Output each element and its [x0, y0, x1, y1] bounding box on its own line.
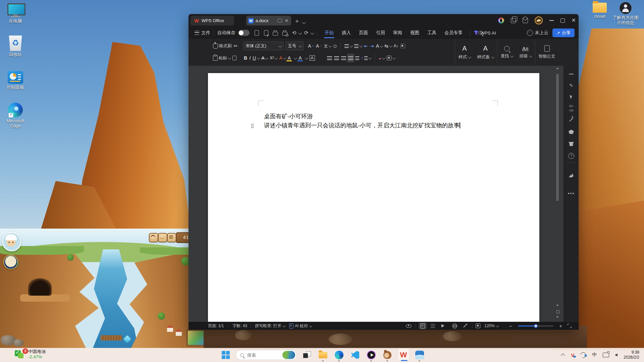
tab-insert[interactable]: 插入: [338, 27, 355, 39]
tab-list-chevron-icon[interactable]: [303, 18, 305, 25]
format-painter-button[interactable]: 格式刷: [212, 42, 233, 50]
search-input[interactable]: [247, 352, 279, 358]
multi-window-icon[interactable]: [511, 18, 516, 23]
minimize-button[interactable]: [549, 20, 554, 21]
game-app-button[interactable]: [381, 348, 393, 362]
redo-chevron-icon[interactable]: [310, 31, 314, 35]
shrink-font-button[interactable]: A−: [315, 42, 323, 50]
tab-member[interactable]: 会员专享: [440, 27, 467, 39]
desktop-icon-this-pc[interactable]: 此电脑: [1, 3, 30, 23]
sync-tray-icon[interactable]: [579, 351, 587, 359]
desktop-icon-control-panel[interactable]: 控制面板: [1, 71, 30, 90]
highlight-color-button[interactable]: A: [287, 54, 298, 62]
phonetic-guide-button[interactable]: 文: [323, 42, 332, 50]
undo-chevron-icon[interactable]: [298, 31, 302, 35]
game-sleep-button[interactable]: [158, 233, 167, 242]
copy-button[interactable]: [231, 54, 237, 62]
find-button[interactable]: 查找: [497, 39, 516, 65]
align-left-button[interactable]: [326, 54, 333, 62]
search-daily-image[interactable]: [282, 351, 295, 359]
numbered-list-button[interactable]: [353, 42, 363, 50]
cjk-layout-button[interactable]: ⇆: [383, 42, 393, 50]
page-indicator[interactable]: 页面: 1/1: [208, 322, 224, 330]
decrease-indent-button[interactable]: ⇤: [363, 42, 369, 50]
ai-proofread[interactable]: AI 校对: [289, 322, 312, 330]
print-preview-button[interactable]: [281, 29, 288, 37]
fit-page-button[interactable]: [476, 322, 480, 330]
wps-taskbar-button[interactable]: W: [397, 348, 410, 362]
tab-page[interactable]: 页面: [355, 27, 372, 39]
text-direction-button[interactable]: A: [375, 42, 383, 50]
game-character-button[interactable]: [149, 233, 158, 242]
file-explorer-button[interactable]: [317, 348, 329, 362]
layout-button[interactable]: A≡ 排版: [516, 39, 535, 65]
desktop-icon-closet-folder[interactable]: closet: [586, 3, 613, 19]
align-justify-button[interactable]: [347, 54, 354, 62]
hidden-icons-chevron[interactable]: [561, 353, 565, 358]
spell-check-status[interactable]: 拼写检查: 打开: [255, 322, 285, 330]
read-mode-button[interactable]: [441, 322, 444, 330]
assistant-bird-icon[interactable]: [564, 171, 579, 180]
share-button[interactable]: ↗ 分享: [552, 28, 575, 37]
italic-button[interactable]: I: [248, 54, 252, 62]
volume-icon[interactable]: [615, 354, 618, 357]
strikethrough-button[interactable]: A: [260, 54, 269, 62]
game-compass-button[interactable]: [3, 255, 18, 269]
font-size-select[interactable]: 五号: [285, 42, 304, 50]
eye-protect-button[interactable]: [406, 322, 412, 330]
superscript-button[interactable]: X²: [269, 54, 278, 62]
web-view-button[interactable]: [452, 322, 457, 330]
blue-app-button[interactable]: [414, 348, 426, 362]
export-pdf-button[interactable]: [262, 29, 270, 37]
more-options-icon[interactable]: •••: [564, 189, 579, 198]
display-tray-icon[interactable]: [603, 353, 609, 357]
show-marks-button[interactable]: [399, 42, 406, 50]
close-button[interactable]: ✕: [572, 18, 576, 23]
borders-button[interactable]: [386, 54, 396, 62]
annotate-pen-button[interactable]: [463, 322, 467, 330]
game-avatar-button[interactable]: [2, 232, 21, 251]
desktop-icon-edge[interactable]: Microsoft Edge: [1, 103, 30, 128]
page-view-button[interactable]: [419, 322, 427, 329]
magic-wand-icon[interactable]: [564, 115, 579, 124]
edit-pen-icon[interactable]: ✎: [564, 81, 579, 90]
zoom-level[interactable]: 120%: [484, 322, 498, 330]
zoom-in-button[interactable]: ＋: [558, 322, 563, 330]
next-page-icon[interactable]: [556, 316, 559, 318]
previous-page-icon[interactable]: [556, 304, 559, 306]
document-text[interactable]: 桌面有矿-小可环游 讲述小镇青年遇到一只会说话的地鼠-小可，开启大江南北挖矿找宝…: [264, 112, 499, 130]
font-color-button[interactable]: A: [298, 54, 308, 62]
help-icon[interactable]: ?: [564, 152, 579, 160]
word-count[interactable]: 字数: 43: [232, 322, 247, 330]
print-button[interactable]: [272, 29, 279, 37]
properties-sliders-icon[interactable]: [564, 104, 579, 113]
fullscreen-button[interactable]: [568, 322, 572, 330]
tab-view[interactable]: 视图: [406, 27, 423, 39]
member-vip-icon[interactable]: [535, 16, 543, 24]
zoom-slider-thumb[interactable]: [534, 324, 538, 328]
taskbar-search[interactable]: [236, 350, 297, 360]
cut-button[interactable]: ✂: [233, 42, 239, 50]
start-button[interactable]: [220, 348, 232, 362]
char-shading-button[interactable]: A: [278, 54, 286, 62]
scroll-up-icon[interactable]: [556, 68, 559, 69]
maximize-button[interactable]: [560, 18, 565, 23]
task-view-button[interactable]: [301, 348, 313, 362]
wps-cloud-tray-icon[interactable]: V: [571, 352, 574, 358]
game-picture-frame[interactable]: [186, 329, 204, 347]
bold-button[interactable]: B: [243, 54, 248, 62]
style-set-button[interactable]: A 样式集: [474, 39, 497, 65]
desktop-icon-recycle-bin[interactable]: 回收站: [1, 36, 30, 57]
distribute-button[interactable]: [354, 54, 360, 62]
save-button[interactable]: [253, 29, 260, 37]
undo-button[interactable]: ⟲: [290, 29, 298, 37]
sort-button[interactable]: A↓: [393, 42, 399, 50]
resource-library-icon[interactable]: [564, 127, 579, 136]
skin-theme-icon[interactable]: [564, 139, 579, 148]
select-browse-object-icon[interactable]: [556, 310, 559, 313]
ime-indicator[interactable]: 中: [592, 352, 597, 358]
desktop-icon-image-info[interactable]: 了解有关此图片的信息: [611, 2, 640, 25]
char-border-button[interactable]: A: [309, 54, 316, 62]
style-button[interactable]: A 样式: [455, 39, 474, 65]
new-tab-button[interactable]: ＋: [294, 17, 300, 25]
